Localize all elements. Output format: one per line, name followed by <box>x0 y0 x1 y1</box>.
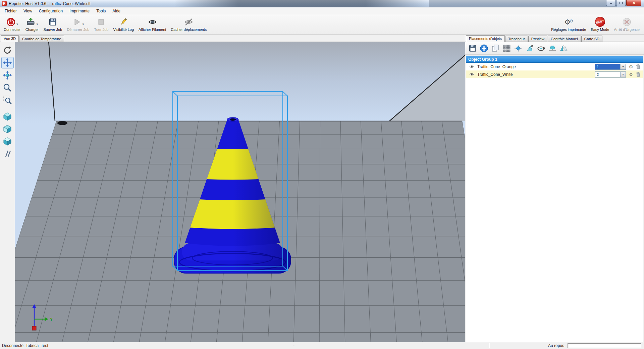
tab-courbe-de-temp-rature[interactable]: Courbe de Température <box>19 36 64 42</box>
tab-vue-3d[interactable]: Vue 3D <box>1 35 19 42</box>
dropdown-arrow-icon[interactable]: ▾ <box>620 72 626 77</box>
center-object-icon[interactable] <box>513 43 523 53</box>
view-top-icon[interactable] <box>1 136 14 147</box>
maximize-button[interactable] <box>616 0 626 6</box>
stop-icon <box>97 16 106 27</box>
dropdown-caret-icon[interactable]: ▾ <box>36 22 38 27</box>
scene-3d[interactable]: Y <box>15 42 465 342</box>
job-progress-bar <box>568 343 641 348</box>
toolbar-button-label: Visibilité Log <box>113 28 134 32</box>
status-separator <box>489 343 490 348</box>
object-rows: Traffic_Cone_Orange1▾⚙Traffic_Cone_White… <box>466 63 643 78</box>
save-icon <box>48 16 57 27</box>
toolbar-button-label: Connecter <box>4 28 21 32</box>
panel-tab-carte-sd[interactable]: Carte SD <box>581 36 602 42</box>
menu-item-aide[interactable]: Aide <box>109 7 124 15</box>
panel-tab-contr-le-manuel[interactable]: Contrôle Manuel <box>548 36 581 42</box>
log-pencil-icon <box>119 16 128 27</box>
menu-item-configuration[interactable]: Configuration <box>36 7 66 15</box>
gears-icon: ⚙⚙ <box>564 16 573 27</box>
add-object-icon[interactable] <box>479 43 489 53</box>
object-settings-gear-icon[interactable]: ⚙ <box>628 64 634 69</box>
toolbar-toggle-log-button[interactable]: Visibilité Log <box>111 16 136 32</box>
save-group-icon[interactable] <box>467 43 478 53</box>
viewport-3d[interactable]: Y <box>0 42 465 342</box>
view-front-icon[interactable] <box>1 123 14 135</box>
toolbar-connect-button[interactable]: ▾Connecter <box>1 16 23 32</box>
app-logo-icon: R <box>2 1 7 6</box>
toolbar-emergency-stop-button[interactable]: Arrêt d'Urgence <box>611 16 642 32</box>
move-viewport-icon[interactable] <box>1 57 14 68</box>
zoom-region-icon[interactable] <box>1 94 14 106</box>
panel-tab-strip: Placements d'objetsTrancheurPreviewContr… <box>465 35 644 42</box>
view-area: Vue 3DCourbe de Température Y <box>0 35 465 342</box>
extruder-select[interactable]: 2▾ <box>595 71 626 78</box>
printer-state: Au repos <box>548 343 564 348</box>
toolbar-easy-mode-button[interactable]: EASYEasy Mode <box>588 16 611 32</box>
visibility-eye-icon[interactable] <box>469 72 474 77</box>
extruder-select[interactable]: 1▾ <box>595 64 626 70</box>
drop-object-icon[interactable] <box>547 43 557 53</box>
toolbar-hide-travel-button[interactable]: Cacher déplacements <box>168 16 209 32</box>
object-list: Traffic_Cone_Orange1▾⚙Traffic_Cone_White… <box>466 63 643 342</box>
rotate-view-icon[interactable] <box>1 45 14 56</box>
autoposition-icon[interactable] <box>501 43 512 53</box>
toolbar-button-label: Easy Mode <box>591 28 609 32</box>
menu-item-imprimante[interactable]: Imprimante <box>66 7 93 15</box>
toolbar-button-label: Réglages imprimante <box>551 28 586 32</box>
mirror-object-icon[interactable] <box>558 43 569 53</box>
zoom-icon[interactable] <box>1 82 14 93</box>
toolbar-printer-settings-button[interactable]: ⚙⚙Réglages imprimante <box>549 16 588 32</box>
maximize-icon <box>620 2 623 4</box>
minimize-button[interactable]: – <box>606 0 616 6</box>
object-row-Traffic_Cone_Orange[interactable]: Traffic_Cone_Orange1▾⚙ <box>466 63 643 70</box>
toolbar-start-job-button[interactable]: ▾Démarrer Job <box>64 16 92 32</box>
menu-item-view[interactable]: View <box>20 7 36 15</box>
connection-status: Déconnecté: Tobeca_Test <box>2 343 48 348</box>
scale-object-icon[interactable] <box>524 43 535 53</box>
toolbar-save-job-button[interactable]: Sauver Job <box>41 16 65 32</box>
close-button[interactable]: × <box>626 0 641 6</box>
toolbar-load-button[interactable]: ▾Charger <box>23 16 41 32</box>
toolbar-button-label: Cacher déplacements <box>171 28 207 32</box>
parallel-projection-icon[interactable] <box>1 148 14 159</box>
window-title: Repetier-Host V1.0.6 - Traffic_Cone_Whit… <box>9 1 90 6</box>
toolbar-right: ⚙⚙Réglages imprimanteEASYEasy ModeArrêt … <box>549 16 642 32</box>
title-bar[interactable]: R Repetier-Host V1.0.6 - Traffic_Cone_Wh… <box>0 0 644 7</box>
panel-tab-preview[interactable]: Preview <box>528 36 547 42</box>
visibility-eye-icon[interactable] <box>469 64 474 69</box>
aero-glass-reflection-2 <box>429 0 617 7</box>
object-list-empty-area <box>466 78 643 342</box>
right-panel: Placements d'objetsTrancheurPreviewContr… <box>465 35 644 342</box>
panel-tab-placements-d-objets[interactable]: Placements d'objets <box>466 35 505 42</box>
object-group-header[interactable]: Object Group 1 <box>466 56 643 63</box>
toolbar-left: ▾Connecter▾ChargerSauver Job▾Démarrer Jo… <box>1 16 209 32</box>
dropdown-caret-icon[interactable]: ▾ <box>83 22 84 27</box>
object-settings-gear-icon[interactable]: ⚙ <box>628 72 634 77</box>
delete-object-trash-icon[interactable] <box>636 64 641 69</box>
object-name: Traffic_Cone_White <box>477 72 513 77</box>
app-window: R Repetier-Host V1.0.6 - Traffic_Cone_Wh… <box>0 0 644 349</box>
toolbar-show-filament-button[interactable]: Afficher Filament <box>136 16 168 32</box>
dropdown-arrow-icon[interactable]: ▾ <box>620 64 626 69</box>
copy-object-icon[interactable] <box>490 43 500 53</box>
load-icon: ▾ <box>26 16 38 27</box>
emergency-stop-icon <box>622 16 631 27</box>
filament-eye-icon <box>148 16 157 27</box>
view-iso-icon[interactable] <box>1 111 14 122</box>
toolbar-kill-job-button[interactable]: Tuer Job <box>92 16 111 32</box>
object-row-Traffic_Cone_White[interactable]: Traffic_Cone_White2▾⚙ <box>466 70 643 78</box>
dropdown-caret-icon[interactable]: ▾ <box>16 22 18 27</box>
rotate-object-icon[interactable] <box>536 43 546 53</box>
delete-object-trash-icon[interactable] <box>636 72 641 77</box>
main-toolbar: ▾Connecter▾ChargerSauver Job▾Démarrer Jo… <box>0 15 644 35</box>
view-tool-strip <box>0 42 15 342</box>
menu-bar: FichierViewConfigurationImprimanteToolsA… <box>0 7 644 15</box>
panel-tab-trancheur[interactable]: Trancheur <box>505 36 528 42</box>
menu-item-fichier[interactable]: Fichier <box>1 7 20 15</box>
play-icon: ▾ <box>72 16 84 27</box>
view-tab-strip: Vue 3DCourbe de Température <box>0 35 465 42</box>
move-object-icon[interactable] <box>1 69 14 81</box>
menu-item-tools[interactable]: Tools <box>93 7 109 15</box>
toolbar-button-label: Charger <box>25 28 39 32</box>
